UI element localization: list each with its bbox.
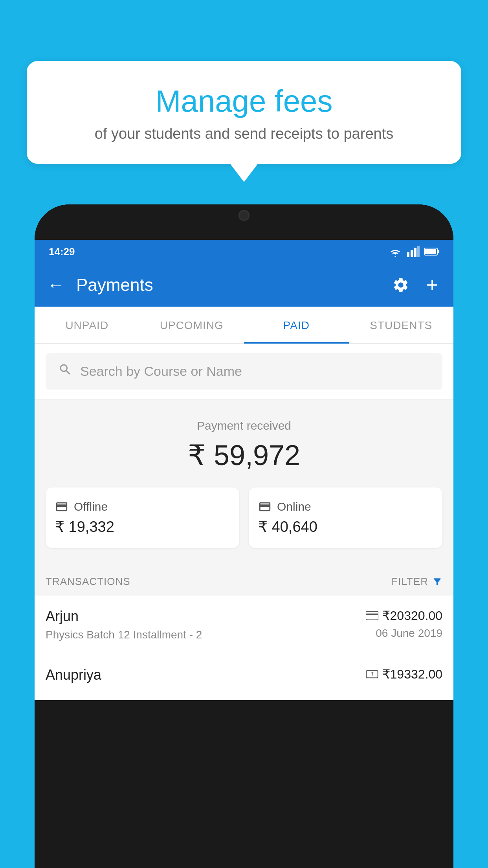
- svg-rect-0: [407, 252, 409, 257]
- online-card-header: Online: [258, 500, 433, 513]
- transaction-name-anupriya: Anupriya: [46, 667, 101, 683]
- filter-icon: [432, 577, 442, 587]
- transaction-amount-anupriya: ₹ ₹19332.00: [366, 667, 442, 682]
- offline-label: Offline: [74, 500, 108, 513]
- transaction-left-arjun: Arjun Physics Batch 12 Installment - 2: [46, 608, 202, 641]
- transaction-right-anupriya: ₹ ₹19332.00: [366, 667, 442, 686]
- wifi-icon: [388, 246, 402, 257]
- svg-rect-8: [366, 614, 378, 615]
- online-payment-card: Online ₹ 40,640: [249, 487, 442, 548]
- offline-amount: ₹ 19,332: [55, 518, 230, 535]
- signal-icon: [407, 246, 420, 257]
- tooltip-title: Manage fees: [54, 85, 434, 118]
- transaction-right-arjun: ₹20320.00 06 June 2019: [366, 608, 442, 640]
- battery-icon: [424, 247, 439, 256]
- transactions-header: TRANSACTIONS FILTER: [35, 564, 453, 596]
- svg-rect-1: [411, 250, 413, 257]
- transaction-item-anupriya[interactable]: Anupriya ₹ ₹19332.00: [35, 654, 453, 700]
- tabs-container: UNPAID UPCOMING PAID STUDENTS: [35, 307, 453, 344]
- phone-notch: [218, 204, 270, 226]
- settings-icon[interactable]: [392, 276, 409, 294]
- status-time: 14:29: [49, 246, 75, 258]
- transaction-amount-arjun: ₹20320.00: [366, 608, 442, 623]
- svg-rect-5: [437, 250, 439, 253]
- transaction-date-arjun: 06 June 2019: [366, 627, 442, 640]
- filter-label: FILTER: [391, 576, 428, 588]
- app-bar: ← Payments: [35, 263, 453, 307]
- tab-upcoming[interactable]: UPCOMING: [139, 307, 244, 343]
- search-bar[interactable]: Search by Course or Name: [46, 353, 442, 390]
- app-bar-actions: [392, 276, 441, 294]
- offline-payment-icon-anupriya: ₹: [366, 670, 378, 679]
- svg-rect-6: [425, 249, 436, 254]
- tab-students[interactable]: STUDENTS: [349, 307, 454, 343]
- svg-rect-3: [417, 246, 420, 257]
- phone-frame: 14:29 ← Payments: [35, 204, 453, 868]
- offline-payment-icon: [55, 500, 68, 513]
- search-bar-container: Search by Course or Name: [35, 344, 453, 399]
- transaction-name-arjun: Arjun: [46, 608, 202, 625]
- payment-summary: Payment received ₹ 59,972 Offline ₹ 19,3…: [35, 399, 453, 564]
- status-bar: 14:29: [35, 240, 453, 263]
- search-placeholder-text: Search by Course or Name: [80, 364, 242, 379]
- status-icons: [388, 246, 439, 257]
- offline-payment-card: Offline ₹ 19,332: [46, 487, 239, 548]
- phone-screen: Search by Course or Name Payment receive…: [35, 344, 453, 700]
- phone-camera: [238, 210, 250, 221]
- search-icon: [58, 362, 72, 380]
- card-payment-icon-arjun: [366, 611, 378, 620]
- online-payment-icon: [258, 500, 272, 513]
- phone-bezel: [35, 204, 453, 240]
- tab-unpaid[interactable]: UNPAID: [35, 307, 139, 343]
- app-bar-title: Payments: [76, 275, 392, 295]
- tooltip-subtitle: of your students and send receipts to pa…: [54, 125, 434, 142]
- svg-rect-7: [366, 611, 378, 620]
- online-label: Online: [277, 500, 311, 513]
- online-amount: ₹ 40,640: [258, 518, 433, 535]
- svg-text:₹: ₹: [371, 671, 374, 677]
- transaction-detail-arjun: Physics Batch 12 Installment - 2: [46, 629, 202, 641]
- transaction-item-arjun[interactable]: Arjun Physics Batch 12 Installment - 2 ₹…: [35, 596, 453, 654]
- svg-rect-2: [414, 248, 416, 257]
- tooltip-card: Manage fees of your students and send re…: [27, 61, 461, 164]
- offline-card-header: Offline: [55, 500, 230, 513]
- back-button[interactable]: ←: [47, 275, 64, 295]
- payment-received-label: Payment received: [46, 419, 442, 432]
- transactions-label: TRANSACTIONS: [46, 576, 130, 588]
- payment-total-amount: ₹ 59,972: [46, 439, 442, 472]
- payment-cards: Offline ₹ 19,332 Online ₹ 40,640: [46, 487, 442, 548]
- tab-paid[interactable]: PAID: [244, 307, 349, 343]
- filter-button[interactable]: FILTER: [391, 576, 442, 588]
- add-icon[interactable]: [424, 276, 441, 294]
- transaction-left-anupriya: Anupriya: [46, 667, 101, 687]
